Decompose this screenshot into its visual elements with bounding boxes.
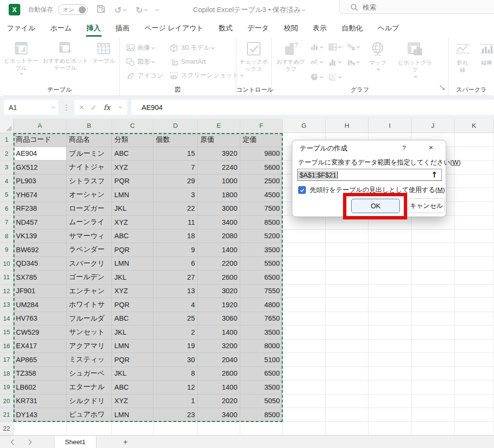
cell-E7[interactable]: 3400 [198,216,240,230]
cell-A10[interactable]: QD345 [14,257,67,271]
cell-B14[interactable]: フルールダ [67,312,112,326]
cell-K22[interactable] [454,422,494,436]
cancel-button[interactable]: キャンセル [408,198,445,213]
cell-F2[interactable]: 9800 [240,147,283,161]
ok-button[interactable]: OK [351,199,400,213]
cell-E14[interactable]: 3060 [198,312,240,326]
row-header-4[interactable]: 4 [0,175,14,189]
cell-H13[interactable] [326,298,369,312]
cell-A17[interactable]: AP865 [14,353,67,367]
cell-D20[interactable]: 1 [153,394,198,408]
cell-J13[interactable] [412,298,454,312]
row-header-9[interactable]: 9 [0,243,14,257]
cell-D10[interactable]: 6 [153,257,198,271]
cell-C1[interactable]: 分類 [112,133,153,147]
cell-D14[interactable]: 25 [153,312,198,326]
row-header-5[interactable]: 5 [0,188,14,202]
cell-C12[interactable]: XYZ [112,285,153,299]
screenshot-button[interactable]: スクリーンショット [170,71,244,80]
cell-H7[interactable] [326,216,369,230]
cell-E5[interactable]: 1800 [198,188,240,202]
cell-E13[interactable]: 1920 [198,298,240,312]
cell-F22[interactable] [240,422,283,436]
cell-G13[interactable] [283,298,326,312]
cell-D15[interactable]: 2 [153,326,198,339]
cell-K10[interactable] [454,257,494,271]
column-header-E[interactable]: E [198,119,240,133]
redo-icon[interactable]: ↻ [136,5,143,15]
cell-B5[interactable]: オーシャン [67,188,112,202]
cell-I10[interactable] [369,257,412,271]
cell-G19[interactable] [283,380,326,394]
row-header-1[interactable]: 1 [0,133,14,147]
cell-C2[interactable]: ABC [112,147,153,161]
histogram-chart-button[interactable] [329,58,342,66]
cell-G15[interactable] [283,326,326,339]
cell-F6[interactable]: 7500 [240,202,283,216]
cell-D3[interactable]: 7 [153,161,198,175]
cell-C6[interactable]: JKL [112,202,153,216]
cell-B7[interactable]: ムーンライ [67,216,112,230]
cell-F9[interactable]: 3500 [240,243,283,257]
cell-K16[interactable] [454,339,494,353]
enter-entry-icon[interactable]: ✓ [91,103,97,112]
sparkline-line-button[interactable]: 折れ線 [454,41,471,74]
cell-K12[interactable] [454,285,494,299]
column-header-B[interactable]: B [67,119,112,133]
cell-C3[interactable]: XYZ [112,161,153,175]
cell-I22[interactable] [369,422,412,436]
cell-E22[interactable] [198,422,240,436]
cell-A19[interactable]: LB602 [14,380,67,394]
cell-F21[interactable]: 8500 [240,408,283,422]
dialog-close-icon[interactable]: × [429,143,433,151]
ribbon-tab-9[interactable]: 自動化 [342,24,363,33]
document-title[interactable]: Copilot Excelテーブル3 • 保存済み [193,5,301,14]
cell-D4[interactable]: 29 [153,175,198,189]
cell-K11[interactable] [454,271,494,285]
charts-dialog-launcher-icon[interactable] [440,84,445,93]
cell-E12[interactable]: 3020 [198,285,240,299]
cell-H21[interactable] [326,408,369,422]
cell-B22[interactable] [67,422,112,436]
cell-A2[interactable]: AE904 [14,147,67,161]
redo-dropdown-icon[interactable] [144,7,148,11]
row-header-7[interactable]: 7 [0,216,14,230]
cell-B2[interactable]: ブルーミン [67,147,112,161]
cell-A14[interactable]: HV763 [14,312,67,326]
cell-D11[interactable]: 27 [153,271,198,285]
cell-A21[interactable]: DY143 [14,408,67,422]
cell-H11[interactable] [326,271,369,285]
ribbon-tab-6[interactable]: データ [247,24,269,33]
search-input[interactable] [363,3,459,11]
cell-D19[interactable]: 12 [153,380,198,394]
cell-H9[interactable] [326,243,369,257]
cell-D18[interactable]: 8 [153,367,198,381]
table-button[interactable]: テーブル [90,41,118,65]
cell-G10[interactable] [283,257,326,271]
cell-J8[interactable] [412,230,454,244]
cell-E18[interactable]: 2600 [198,367,240,381]
title-dropdown-icon[interactable] [302,7,305,11]
cell-D9[interactable]: 9 [153,243,198,257]
cell-C21[interactable]: LMN [112,408,153,422]
line-chart-button[interactable] [310,58,324,66]
cell-G9[interactable] [283,243,326,257]
cell-A20[interactable]: KR731 [14,394,67,408]
row-header-14[interactable]: 14 [0,312,14,326]
cell-F18[interactable]: 6500 [240,367,283,381]
cell-B13[interactable]: ホワイトサ [67,298,112,312]
cell-B4[interactable]: シトラスフ [67,175,112,189]
cancel-entry-icon[interactable]: × [79,103,84,112]
prev-sheet-icon[interactable] [11,439,16,445]
smartart-button[interactable]: SmartArt [170,57,244,66]
row-header-13[interactable]: 13 [0,298,14,312]
cell-E6[interactable]: 3000 [198,202,240,216]
map-chart-button[interactable]: マップ [365,41,390,71]
cell-E21[interactable]: 3400 [198,408,240,422]
cell-E17[interactable]: 2040 [198,353,240,367]
cell-A6[interactable]: RF238 [14,202,67,216]
cell-B10[interactable]: スパークリ [67,257,112,271]
row-header-10[interactable]: 10 [0,257,14,271]
cell-E15[interactable]: 1400 [198,326,240,339]
cell-A5[interactable]: YH674 [14,188,67,202]
